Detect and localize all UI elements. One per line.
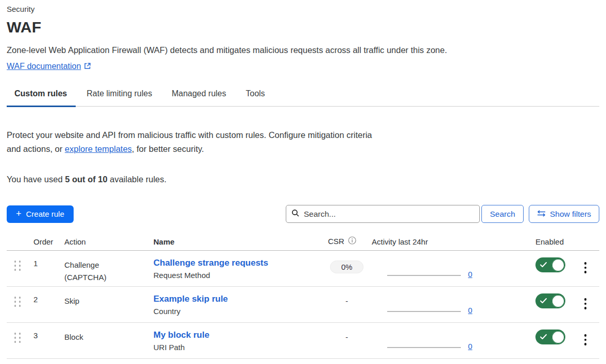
usage-prefix: You have used — [7, 175, 65, 184]
rule-match-field: URI Path — [153, 341, 322, 353]
search-icon — [291, 209, 300, 219]
kebab-menu-icon[interactable] — [581, 333, 590, 346]
kebab-menu-icon[interactable] — [581, 261, 590, 274]
rule-match-field: Country — [153, 305, 322, 317]
enabled-toggle[interactable] — [535, 293, 565, 308]
intro-text-after: , for better security. — [132, 144, 204, 153]
header-csr: CSR — [322, 236, 372, 246]
activity-count-link[interactable]: 0 — [468, 270, 472, 279]
waf-tabs: Custom rules Rate limiting rules Managed… — [7, 89, 599, 107]
tab-managed-rules[interactable]: Managed rules — [163, 89, 235, 106]
rule-name-cell: Example skip rule Country — [147, 293, 322, 317]
csr-badge: - — [345, 297, 348, 305]
rule-action: Skip — [58, 293, 120, 307]
custom-rules-table: Order Action Name CSR Activity last 24hr… — [7, 236, 599, 359]
rule-order: 2 — [28, 293, 58, 304]
explore-templates-link[interactable]: explore templates — [65, 144, 132, 153]
drag-handle-icon[interactable] — [14, 333, 21, 343]
toolbar-right-group: Search Show filters — [286, 205, 599, 223]
rule-enabled-cell — [484, 330, 572, 346]
create-rule-button[interactable]: + Create rule — [7, 205, 74, 223]
header-order: Order — [28, 237, 58, 246]
table-row: 3 Block My block rule URI Path - 0 — [7, 323, 599, 359]
rule-name-link[interactable]: My block rule — [153, 330, 210, 341]
external-link-icon — [84, 62, 91, 72]
intro-paragraph: Protect your website and API from malici… — [7, 128, 388, 156]
usage-suffix: available rules. — [108, 175, 167, 184]
rule-order: 1 — [28, 257, 58, 268]
usage-summary: You have used 5 out of 10 available rule… — [7, 175, 599, 184]
header-activity: Activity last 24hr — [372, 237, 484, 246]
tab-tools[interactable]: Tools — [237, 89, 273, 106]
rule-menu-cell — [572, 330, 599, 346]
doc-link-row: WAF documentation — [7, 62, 599, 72]
page-description: Zone-level Web Application Firewall (WAF… — [7, 44, 599, 56]
activity-sparkline — [387, 347, 461, 348]
rule-menu-cell — [572, 293, 599, 310]
rule-action: Challenge (CAPTCHA) — [58, 257, 120, 284]
rule-enabled-cell — [484, 293, 572, 310]
create-rule-label: Create rule — [26, 210, 64, 218]
table-row: 2 Skip Example skip rule Country - 0 — [7, 287, 599, 323]
waf-documentation-link[interactable]: WAF documentation — [7, 62, 81, 71]
rule-enabled-cell — [484, 257, 572, 274]
header-action: Action — [58, 237, 147, 246]
row-handle-cell — [7, 293, 28, 307]
enabled-toggle[interactable] — [535, 330, 565, 344]
drag-handle-icon[interactable] — [14, 261, 21, 271]
kebab-menu-icon[interactable] — [581, 297, 590, 310]
waf-page: Security WAF Zone-level Web Application … — [0, 0, 606, 359]
enabled-toggle[interactable] — [535, 257, 565, 272]
activity-count-link[interactable]: 0 — [468, 306, 472, 315]
csr-badge: - — [345, 333, 348, 341]
search-box — [286, 205, 480, 223]
toggle-knob — [552, 259, 564, 271]
check-icon — [540, 333, 547, 342]
table-header-row: Order Action Name CSR Activity last 24hr… — [7, 236, 599, 251]
header-name: Name — [147, 237, 322, 246]
header-csr-label: CSR — [328, 237, 344, 246]
table-body: 1 Challenge (CAPTCHA) Challenge strange … — [7, 251, 599, 359]
activity-count-link[interactable]: 0 — [468, 342, 472, 351]
check-icon — [540, 297, 547, 306]
rules-toolbar: + Create rule Search Show filters — [7, 205, 599, 223]
rule-menu-cell — [572, 257, 599, 274]
plus-icon: + — [16, 209, 22, 218]
rule-csr-cell: - — [322, 293, 372, 305]
show-filters-label: Show filters — [550, 210, 591, 219]
rule-order: 3 — [28, 330, 58, 340]
rule-name-cell: My block rule URI Path — [147, 330, 322, 353]
drag-handle-icon[interactable] — [14, 297, 21, 307]
page-title: WAF — [7, 18, 599, 37]
activity-sparkline — [387, 275, 461, 276]
header-enabled: Enabled — [484, 237, 572, 246]
usage-count: 5 out of 10 — [65, 175, 108, 184]
rule-name-cell: Challenge strange requests Request Metho… — [147, 257, 322, 281]
row-handle-cell — [7, 330, 28, 343]
toggle-knob — [552, 295, 564, 307]
search-button[interactable]: Search — [481, 205, 524, 223]
rule-activity-cell: 0 — [372, 293, 484, 315]
rule-action: Block — [58, 330, 120, 343]
rule-activity-cell: 0 — [372, 257, 484, 279]
rule-match-field: Request Method — [153, 269, 322, 281]
filters-swap-icon — [537, 210, 546, 219]
tab-custom-rules[interactable]: Custom rules — [7, 89, 76, 106]
rule-name-link[interactable]: Example skip rule — [153, 293, 228, 305]
rule-csr-cell: - — [322, 330, 372, 341]
rule-csr-cell: 0% — [322, 257, 372, 273]
tab-rate-limiting-rules[interactable]: Rate limiting rules — [78, 89, 161, 106]
search-input[interactable] — [304, 210, 474, 219]
info-icon[interactable] — [348, 236, 356, 246]
check-icon — [540, 261, 547, 270]
table-row: 1 Challenge (CAPTCHA) Challenge strange … — [7, 251, 599, 287]
rule-name-link[interactable]: Challenge strange requests — [153, 257, 268, 269]
activity-sparkline — [387, 311, 461, 312]
row-handle-cell — [7, 257, 28, 271]
csr-badge: 0% — [330, 261, 364, 273]
rule-activity-cell: 0 — [372, 330, 484, 351]
toggle-knob — [552, 331, 564, 343]
show-filters-button[interactable]: Show filters — [529, 205, 599, 223]
breadcrumb-security: Security — [7, 4, 599, 14]
